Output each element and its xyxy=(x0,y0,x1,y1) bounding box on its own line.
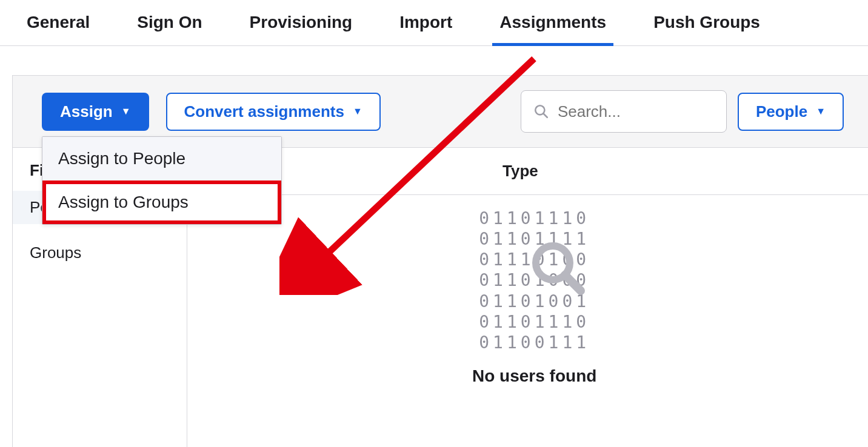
column-type-header: Type xyxy=(502,162,538,180)
assign-button-label: Assign xyxy=(60,102,113,121)
empty-state: 01101110 01101111 01110100 01101000 0110… xyxy=(472,208,596,386)
empty-state-graphic: 01101110 01101111 01110100 01101000 0110… xyxy=(479,208,590,353)
content-area: Type 01101110 01101111 01110100 01101000… xyxy=(187,148,868,447)
tab-provisioning[interactable]: Provisioning xyxy=(247,13,355,45)
search-field[interactable] xyxy=(521,90,727,133)
table-header: Type xyxy=(187,148,868,195)
tab-bar: General Sign On Provisioning Import Assi… xyxy=(0,0,868,46)
binary-line: 01101110 xyxy=(479,312,590,332)
svg-line-1 xyxy=(543,113,547,117)
tab-general[interactable]: General xyxy=(24,13,92,45)
search-input[interactable] xyxy=(558,102,714,121)
chevron-down-icon: ▼ xyxy=(121,107,131,116)
assign-to-people-item[interactable]: Assign to People xyxy=(42,137,281,180)
magnifier-icon xyxy=(531,241,586,296)
empty-state-message: No users found xyxy=(472,366,596,386)
binary-line: 01100111 xyxy=(479,333,590,353)
people-filter-label: People xyxy=(756,102,807,121)
convert-assignments-label: Convert assignments xyxy=(184,102,344,121)
assign-button[interactable]: Assign ▼ xyxy=(42,93,149,131)
convert-assignments-button[interactable]: Convert assignments ▼ xyxy=(166,93,381,131)
binary-line: 01101110 xyxy=(479,208,590,228)
assign-to-groups-item[interactable]: Assign to Groups xyxy=(42,180,281,224)
tab-import[interactable]: Import xyxy=(397,13,455,45)
assignments-panel: Assign ▼ Convert assignments ▼ People ▼ … xyxy=(12,75,868,447)
search-icon xyxy=(533,104,549,119)
chevron-down-icon: ▼ xyxy=(353,107,362,116)
tab-assignments[interactable]: Assignments xyxy=(497,13,609,45)
assign-dropdown: Assign to People Assign to Groups xyxy=(42,136,282,225)
filter-groups[interactable]: Groups xyxy=(13,236,187,270)
svg-line-5 xyxy=(565,275,581,291)
tab-sign-on[interactable]: Sign On xyxy=(135,13,204,45)
chevron-down-icon: ▼ xyxy=(816,107,826,116)
tab-push-groups[interactable]: Push Groups xyxy=(651,13,763,45)
people-filter-button[interactable]: People ▼ xyxy=(738,93,844,131)
